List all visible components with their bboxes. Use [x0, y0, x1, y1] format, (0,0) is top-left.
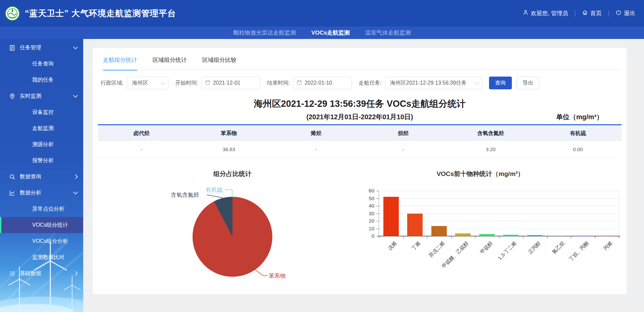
power-icon: [615, 9, 622, 17]
x-axis-tick: [595, 236, 595, 238]
sidebar-item-label: 实时监测: [20, 93, 41, 100]
top-nav: 颗粒物激光雷达走航监测VOCs走航监测温室气体走航监测: [0, 27, 644, 39]
sidebar: 任务管理任务查询我的任务实时监测设备监控走航监测溯源分析报警分析数据查询数据分析…: [0, 39, 83, 312]
chevron-right-icon: [73, 174, 78, 179]
gridline: [379, 198, 619, 199]
chevron-down-icon: [73, 190, 78, 194]
x-axis-tick: [523, 236, 523, 238]
bar-丙烯: [599, 236, 614, 236]
sidebar-item-label: 数据查询: [20, 173, 41, 180]
divider: [608, 10, 609, 16]
sidebar-item-label: 任务管理: [20, 44, 41, 51]
sidebar-item[interactable]: 异常点位分析: [0, 201, 83, 217]
x-axis-tick: [475, 236, 475, 238]
chevron-right-icon: [73, 271, 78, 276]
y-axis-tick: [376, 206, 379, 206]
sidebar-item[interactable]: 走航监测: [0, 120, 83, 136]
bar-chart: 0102030405060戊烯丁烯异戊二烯甲硫醚、乙硫醇甲硫醇1,3-丁二烯正丙…: [93, 48, 627, 294]
gridline: [379, 191, 619, 191]
chevron-down-icon: [73, 45, 78, 49]
y-axis-label: 50: [362, 196, 374, 201]
x-axis-tick: [403, 236, 404, 238]
sidebar-item-label: 报警分析: [32, 157, 54, 164]
bar-甲硫醇: [479, 234, 495, 236]
y-axis-tick: [376, 221, 379, 221]
sidebar-item[interactable]: 监测数据比对: [0, 249, 83, 265]
sidebar-item-label: VOCs组分分析: [32, 238, 68, 245]
header-menu: 欢迎您, 管理员 首页 退出: [523, 9, 644, 17]
sidebar-item[interactable]: 基础数据: [0, 265, 83, 281]
divider: [575, 10, 575, 16]
y-axis-line: [379, 191, 379, 236]
x-axis-tick: [571, 236, 571, 238]
y-axis-label: 40: [362, 203, 374, 209]
welcome-user[interactable]: 欢迎您, 管理员: [523, 9, 568, 17]
home-label: 首页: [590, 9, 602, 17]
bar-1,3-丁二烯: [503, 235, 519, 236]
sidebar-item[interactable]: 任务管理: [0, 40, 83, 56]
sidebar-item-label: 异常点位分析: [32, 206, 64, 213]
top-nav-tab-3[interactable]: 温室气体走航监测: [365, 29, 411, 37]
sidebar-item[interactable]: 实时监测: [0, 88, 83, 104]
app-header: “蓝天卫士” 大气环境走航监测管理平台 欢迎您, 管理员 首页 退出: [0, 0, 644, 27]
bar-丁烷、丙酮: [575, 236, 591, 236]
sidebar-item-label: 基础数据: [20, 270, 41, 277]
bar-异戊二烯: [431, 226, 447, 236]
bar-丁烯: [407, 214, 423, 236]
x-axis-tick: [427, 236, 427, 238]
sidebar-item-label: 监测数据比对: [32, 254, 64, 261]
y-axis-tick: [376, 229, 379, 229]
plot-right-border: [619, 191, 619, 236]
app-root: “蓝天卫士” 大气环境走航监测管理平台 欢迎您, 管理员 首页 退出 颗粒物激光…: [0, 0, 644, 312]
chart-icon: [9, 189, 15, 196]
platform-logo-icon: [5, 6, 20, 21]
sidebar-item-label: 溯源分析: [32, 141, 54, 148]
sidebar-item-label: 设备监控: [32, 109, 54, 116]
y-axis-tick: [376, 191, 379, 191]
bar-甲硫醚、乙硫醇: [455, 233, 471, 236]
sidebar-item-label: 走航监测: [32, 125, 54, 132]
sidebar-item[interactable]: 数据查询: [0, 169, 83, 185]
sidebar-item[interactable]: 溯源分析: [0, 136, 83, 152]
sidebar-item-label: 数据分析: [20, 189, 41, 196]
y-axis-label: 20: [362, 218, 374, 224]
main-content: 走航组分统计区域组分统计区域组分比较 行政区域: 海州区 开始时间: 2021-…: [83, 39, 644, 312]
x-axis-tick: [619, 236, 619, 238]
bar-戊烯: [383, 197, 399, 236]
page-title: “蓝天卫士” 大气环境走航监测管理平台: [25, 8, 176, 19]
sidebar-item-label: 我的任务: [32, 77, 54, 84]
bar-正丙醇: [527, 235, 543, 236]
bar-氯乙烷: [551, 236, 567, 236]
sidebar-item[interactable]: 任务查询: [0, 56, 83, 72]
gridline: [379, 206, 619, 206]
y-axis-label: 30: [362, 211, 374, 216]
home-icon: [582, 9, 588, 17]
x-axis-tick: [379, 236, 379, 238]
content-card: 走航组分统计区域组分统计区域组分比较 行政区域: 海州区 开始时间: 2021-…: [93, 48, 627, 294]
y-axis-label: 0: [362, 233, 374, 239]
y-axis-tick: [376, 214, 379, 214]
location-icon: [9, 93, 15, 99]
y-axis-label: 10: [362, 226, 374, 231]
sidebar-item[interactable]: 数据分析: [0, 185, 83, 201]
sidebar-item[interactable]: 我的任务: [0, 72, 83, 88]
logout-button[interactable]: 退出: [615, 9, 635, 17]
sidebar-item[interactable]: 设备监控: [0, 104, 83, 120]
user-icon: [523, 9, 529, 17]
logout-label: 退出: [624, 9, 635, 17]
list-icon: [9, 270, 15, 277]
y-axis-tick: [376, 198, 379, 199]
sidebar-item[interactable]: VOCs组分分析: [0, 233, 83, 249]
sidebar-item-label: VOCs组分统计: [32, 222, 68, 229]
x-axis-tick: [499, 236, 499, 238]
chevron-down-icon: [73, 93, 78, 98]
sidebar-item[interactable]: VOCs组分统计: [0, 217, 83, 233]
welcome-label: 欢迎您, 管理员: [531, 9, 568, 17]
top-nav-tab-2[interactable]: VOCs走航监测: [311, 29, 350, 37]
x-axis-tick: [547, 236, 547, 238]
sidebar-item-label: 任务查询: [32, 60, 54, 68]
top-nav-tab-1[interactable]: 颗粒物激光雷达走航监测: [233, 29, 296, 37]
y-axis-label: 60: [362, 188, 374, 193]
sidebar-item[interactable]: 报警分析: [0, 152, 83, 169]
home-button[interactable]: 首页: [582, 9, 602, 17]
